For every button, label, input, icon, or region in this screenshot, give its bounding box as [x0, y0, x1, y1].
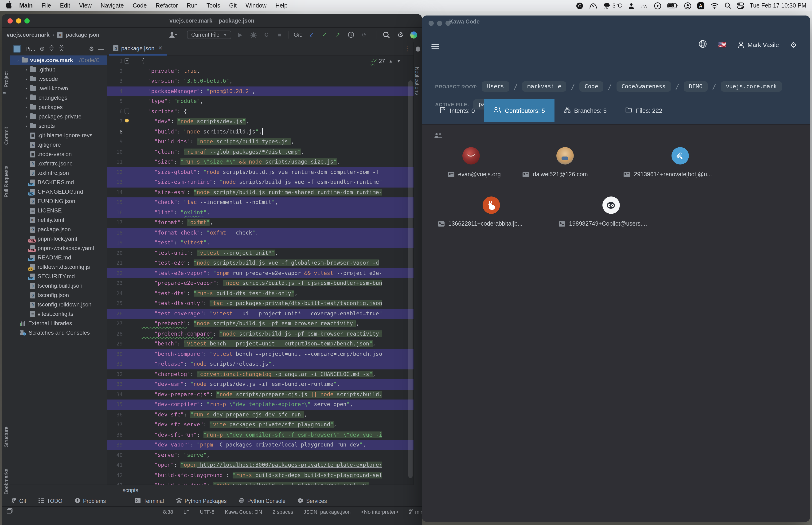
kawa-tab-files[interactable]: Files: 222	[616, 99, 672, 122]
kawa-tab-contributors[interactable]: Contributors: 5	[484, 99, 554, 122]
code-line-42[interactable]: 42 "build-sfc-playground": "run-s build-…	[107, 470, 414, 480]
code-line-38[interactable]: 38 "dev-sfc-run": "run-p \"dev compiler-…	[107, 430, 414, 440]
wifi-icon[interactable]	[710, 3, 718, 9]
menu-item-file[interactable]: File	[42, 2, 51, 9]
root-segment-vuejs.core.mark[interactable]: vuejs.core.mark	[721, 81, 782, 92]
code-line-20[interactable]: 20 "test-unit": "vitest --project unit*"…	[107, 248, 414, 258]
now-playing-icon[interactable]	[654, 2, 661, 9]
flag-icon[interactable]: 🇺🇸	[718, 41, 726, 48]
tree-item-pnpm-workspace-yaml[interactable]: YMLpnpm-workspace.yaml	[10, 243, 107, 253]
run-config-selector[interactable]: Current File▼	[187, 31, 231, 39]
avatar-renovate[interactable]	[671, 147, 689, 165]
tree-item--github[interactable]: ›.github	[10, 65, 107, 74]
tool-window-button-git[interactable]: Git	[11, 498, 26, 504]
tree-item-funding-json[interactable]: {}FUNDING.json	[10, 196, 107, 206]
user-menu[interactable]: Mark Vasile	[737, 41, 779, 48]
code-line-23[interactable]: 23 "prepare-e2e-vapor": "node scripts/bu…	[107, 278, 414, 288]
tool-window-button-problems[interactable]: Problems	[75, 498, 106, 504]
code-line-27[interactable]: 27 "prebench": "node scripts/build.js -p…	[107, 319, 414, 329]
tree-item-external-libraries[interactable]: External Libraries	[10, 319, 107, 328]
code-line-4[interactable]: 4 "packageManager": "pnpm@10.28.2",	[107, 86, 414, 96]
contributor-email[interactable]: evan@vuejs.org	[448, 171, 501, 178]
tool-tab-project[interactable]: Project	[3, 72, 9, 88]
tool-tab-pull-requests[interactable]: Pull Requests	[3, 165, 9, 197]
code-line-26[interactable]: 26 "test-coverage": "vitest --ui --proje…	[107, 309, 414, 319]
tool-window-button-todo[interactable]: TODO	[38, 498, 62, 504]
tree-item--git-blame-ignore-revs[interactable]: .git-blame-ignore-revs	[10, 131, 107, 140]
tree-item-scratches-and-consoles[interactable]: Scratches and Consoles	[10, 328, 107, 338]
locate-file-icon[interactable]: ⊕	[40, 45, 45, 52]
code-line-17[interactable]: 17 "format": "oxfmt",	[107, 217, 414, 228]
tree-item-readme-md[interactable]: MDREADME.md	[10, 253, 107, 262]
root-segment-users[interactable]: Users	[482, 81, 509, 92]
code-line-3[interactable]: 3 "version": "3.6.0-beta.6",	[107, 76, 414, 86]
editor-scrollbar[interactable]	[408, 80, 413, 478]
code-line-30[interactable]: 30 "bench-compare": "vitest bench --proj…	[107, 349, 414, 359]
code-line-13[interactable]: 13 "size-esm-runtime": "node scripts/bui…	[107, 177, 414, 187]
ai-assistant-icon[interactable]	[410, 31, 417, 38]
tree-item-rolldown-dts-config-js[interactable]: JSrolldown.dts.config.js	[10, 262, 107, 272]
contributor-email[interactable]: 136622811+coderabbitai[b...	[438, 221, 523, 227]
breadcrumb[interactable]: vuejs.core.mark › {} package.json	[6, 31, 99, 39]
close-button[interactable]	[429, 21, 434, 26]
code-line-5[interactable]: 5 "type": "module",	[107, 96, 414, 106]
code-line-18[interactable]: 18 "format-check": "oxfmt --check",	[107, 228, 414, 238]
code-line-28[interactable]: 28 "prebench-compare": "node scripts/bui…	[107, 329, 414, 339]
code-line-10[interactable]: 10 "clean": "rimraf --glob packages/*/di…	[107, 147, 414, 157]
tree-item--oxlintrc-json[interactable]: {}.oxlintrc.json	[10, 168, 107, 178]
tree-item-tsconfig-build-json[interactable]: {}tsconfig.build.json	[10, 281, 107, 290]
contributor-email[interactable]: daiwei521@126.com	[523, 171, 588, 178]
root-segment-markvasile[interactable]: markvasile	[522, 81, 566, 92]
tree-item--well-known[interactable]: ›.well-known	[10, 84, 107, 93]
tree-item-netlify-toml[interactable]: [T]netlify.toml	[10, 215, 107, 225]
tree-item-tsconfig-rolldown-json[interactable]: {}tsconfig.rolldown.json	[10, 300, 107, 309]
code-line-25[interactable]: 25 "test-dts-only": "tsc -p packages-pri…	[107, 298, 414, 309]
avatar-copilot[interactable]	[602, 196, 619, 214]
a-app-icon[interactable]: A	[697, 2, 704, 9]
tree-item-scripts[interactable]: ›scripts	[10, 121, 107, 131]
tree-item-tsconfig-json[interactable]: {}tsconfig.json	[10, 290, 107, 300]
tree-item-packages-private[interactable]: ›packages-private	[10, 112, 107, 121]
code-line-31[interactable]: 31 "release": "node scripts/release.js",	[107, 359, 414, 369]
git-commit-icon[interactable]: ✓	[320, 31, 329, 39]
code-line-34[interactable]: 34 "dev-prepare-cjs": "node scripts/prep…	[107, 389, 414, 400]
menu-item-edit[interactable]: Edit	[60, 2, 70, 9]
settings-gear-icon[interactable]: ⚙	[790, 40, 797, 49]
code-line-7[interactable]: 7 "dev": "node scripts/dev.js",	[107, 117, 414, 127]
root-segment-codeawareness[interactable]: CodeAwareness	[616, 81, 671, 92]
vpn-mountain-icon[interactable]	[589, 3, 597, 9]
menu-item-window[interactable]: Window	[246, 2, 266, 9]
code-line-16[interactable]: 16 "lint": "oxlint",	[107, 208, 414, 217]
tree-item--gitignore[interactable]: ⊘.gitignore	[10, 140, 107, 149]
rollback-icon[interactable]: ↺	[360, 31, 368, 39]
hide-panel-icon[interactable]: —	[98, 45, 104, 52]
status-item[interactable]: Kawa Code: ON	[225, 509, 262, 514]
code-line-33[interactable]: 33 "dev-esm": "node scripts/dev.js -if e…	[107, 379, 414, 389]
code-line-21[interactable]: 21 "test-e2e": "node scripts/build.js vu…	[107, 258, 414, 268]
tree-item-changelogs[interactable]: ›changelogs	[10, 93, 107, 103]
tree-item-backers-md[interactable]: MDBACKERS.md	[10, 178, 107, 187]
tree-item-vitest-config-ts[interactable]: vitest.config.ts	[10, 309, 107, 319]
menu-clock[interactable]: Tue Feb 17 10:30 PM	[750, 2, 806, 9]
project-view-icon[interactable]	[13, 45, 21, 52]
apple-menu-icon[interactable]	[6, 1, 12, 10]
code-line-6[interactable]: 6– "scripts": {	[107, 106, 414, 117]
code-line-1[interactable]: 1–{	[107, 56, 414, 66]
tool-tab-structure[interactable]: Structure	[3, 426, 9, 448]
menu-item-help[interactable]: Help	[275, 2, 287, 9]
contributor-email[interactable]: 198982749+Copilot@users....	[559, 221, 647, 227]
keyboard-brightness-icon[interactable]	[640, 3, 648, 9]
status-item[interactable]: JSON: package.json	[304, 509, 351, 514]
spotlight-search-icon[interactable]	[724, 2, 731, 9]
control-center-icon[interactable]	[737, 2, 744, 9]
kawa-tab-branches[interactable]: Branches: 5	[554, 99, 616, 122]
status-item[interactable]: 2 spaces	[273, 509, 293, 514]
tree-item-package-json[interactable]: {}package.json	[10, 225, 107, 234]
history-icon[interactable]	[347, 31, 355, 39]
code-line-14[interactable]: 14 "size-esm": "node scripts/build.js ru…	[107, 187, 414, 197]
tool-tab-commit[interactable]: Commit	[3, 127, 9, 145]
ide-title-bar[interactable]: vuejs.core.mark – package.json	[2, 14, 422, 28]
status-item[interactable]: <No interpreter>	[361, 509, 398, 514]
code-line-15[interactable]: 15 "check": "tsc --incremental --noEmit"…	[107, 197, 414, 208]
c-circle-icon[interactable]: C	[576, 2, 583, 9]
